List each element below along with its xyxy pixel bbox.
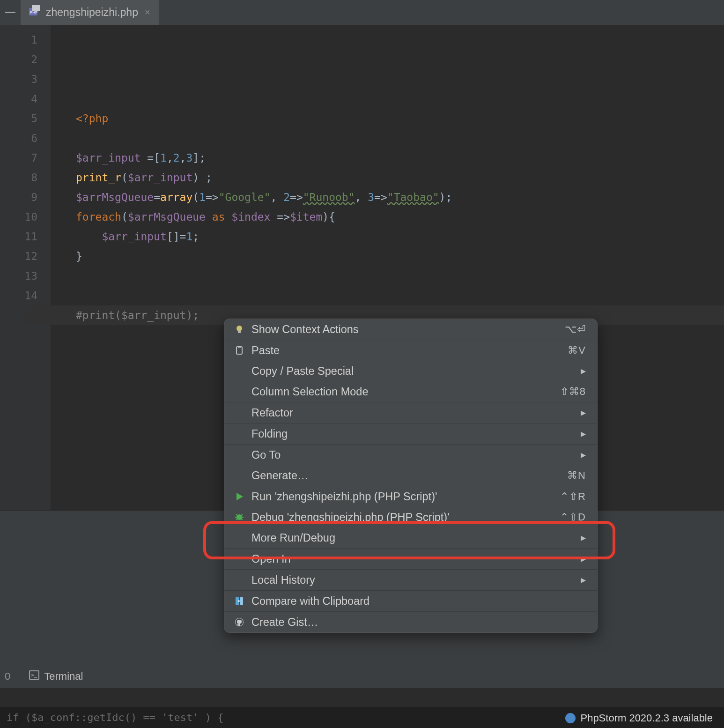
menu-label: Run 'zhengshipeizhi.php (PHP Script)' [251,490,437,503]
code-token: "Runoob" [303,191,355,203]
code-token: $arr_input [102,230,166,243]
run-icon [234,491,245,502]
code-token: , [355,191,368,203]
menu-label: Paste [251,344,280,357]
line-number: 11 [0,227,51,246]
line-number: 5 [0,109,51,128]
line-number: 6 [0,128,51,148]
line-number: 1 [0,30,51,50]
menu-label: Copy / Paste Special [251,365,354,378]
menu-show-context-actions[interactable]: Show Context Actions ⌥⏎ [224,319,597,340]
menu-shortcut: ⌃⇧D [560,511,586,523]
line-number-gutter: 1 2 3 4 5 6 7 8 9 10 11 12 13 14 15 [0,25,51,510]
submenu-arrow-icon: ▸ [581,365,586,377]
close-tab-icon[interactable]: × [145,7,150,18]
info-dot-icon [565,713,576,723]
line-number: 9 [0,187,51,207]
status-indicator[interactable]: 0 [5,670,10,683]
svg-point-6 [236,326,242,331]
menu-create-gist[interactable]: Create Gist… [224,612,597,632]
submenu-arrow-icon: ▸ [581,428,586,440]
menu-run[interactable]: Run 'zhengshipeizhi.php (PHP Script)' ⌃⇧… [224,486,597,507]
menu-debug[interactable]: Debug 'zhengshipeizhi.php (PHP Script)' … [224,507,597,527]
terminal-icon: >_ [29,670,39,683]
code-token: 2 [283,191,290,203]
code-token: ( [121,171,128,184]
code-token: $item [290,211,322,223]
menu-column-selection-mode[interactable]: Column Selection Mode ⇧⌘8 [224,381,597,402]
menu-label: Generate… [251,469,308,482]
code-token: []= [167,230,186,243]
menu-local-history[interactable]: Local History ▸ [224,570,597,590]
code-token: array [160,191,192,203]
menu-open-in[interactable]: Open In ▸ [224,549,597,569]
svg-rect-7 [238,331,241,333]
line-number: 12 [0,246,51,266]
code-token: $arr_input [76,152,140,164]
line-number: 3 [0,69,51,89]
menu-more-run-debug[interactable]: More Run/Debug ▸ [224,527,597,548]
code-token: ( [192,191,199,203]
svg-rect-8 [236,347,242,354]
submenu-arrow-icon: ▸ [581,574,586,586]
update-text: PhpStorm 2020.2.3 available [580,712,713,724]
submenu-arrow-icon: ▸ [581,407,586,419]
menu-label: Column Selection Mode [251,386,369,398]
menu-paste[interactable]: Paste ⌘V [224,340,597,361]
code-token: $arrMsgQueue [76,191,154,203]
code-token: 3 [368,191,374,203]
menu-shortcut: ⌘V [568,344,586,357]
submenu-arrow-icon: ▸ [581,553,586,565]
collapse-tool-window-button[interactable] [0,0,21,25]
github-icon [234,617,245,628]
code-token: #print($arr_input); [76,309,199,321]
menu-label: More Run/Debug [251,532,335,544]
code-token: = [154,191,160,203]
code-token: , [180,152,186,164]
menu-label: Go To [251,449,281,461]
menu-compare-clipboard[interactable]: Compare with Clipboard [224,591,597,611]
code-token: ( [121,211,128,223]
code-token: <?php [76,112,108,125]
svg-text:>_: >_ [31,672,37,678]
code-token: , [167,152,173,164]
menu-refactor[interactable]: Refactor ▸ [224,402,597,423]
menu-shortcut: ⌘N [567,469,586,482]
status-bar: 0 >_ Terminal [0,669,88,684]
code-token: 3 [186,152,192,164]
menu-shortcut: ⌥⏎ [565,323,586,335]
line-number: 14 [0,286,51,305]
code-token: 2 [173,152,180,164]
menu-label: Create Gist… [251,616,318,629]
menu-label: Compare with Clipboard [251,595,369,608]
code-token: => [290,191,303,203]
code-token: $index [231,211,270,223]
menu-label: Folding [251,428,288,440]
code-token: ){ [322,211,335,223]
update-notification[interactable]: PhpStorm 2020.2.3 available [565,712,713,724]
code-token: foreach [76,211,121,223]
svg-rect-15 [236,597,239,605]
code-token: ]; [192,152,206,164]
code-token: => [374,191,387,203]
editor-tab-active[interactable]: PHP zhengshipeizhi.php × [21,0,159,25]
menu-copy-paste-special[interactable]: Copy / Paste Special ▸ [224,361,597,381]
code-token [76,230,102,243]
line-number: 2 [0,50,51,69]
menu-goto[interactable]: Go To ▸ [224,445,597,465]
line-number: 13 [0,266,51,286]
clipboard-icon [234,345,245,356]
minus-icon [5,12,15,13]
code-token: 1 [186,230,192,243]
menu-label: Local History [251,574,315,587]
context-menu: Show Context Actions ⌥⏎ Paste ⌘V Copy / … [224,319,598,633]
code-token: ); [439,191,452,203]
menu-label: Show Context Actions [251,323,359,336]
menu-folding[interactable]: Folding ▸ [224,423,597,444]
submenu-arrow-icon: ▸ [581,532,586,544]
menu-generate[interactable]: Generate… ⌘N [224,465,597,486]
submenu-arrow-icon: ▸ [581,449,586,461]
code-token: => [270,211,290,223]
terminal-tool-button[interactable]: >_ Terminal [24,669,88,684]
tab-filename: zhengshipeizhi.php [46,6,138,19]
